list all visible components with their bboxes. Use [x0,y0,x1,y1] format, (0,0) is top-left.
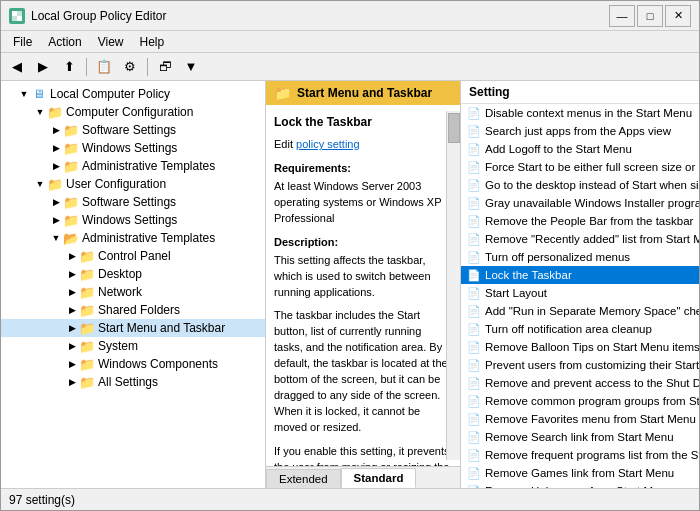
tree-start-menu[interactable]: ▶ 📁 Start Menu and Taskbar [1,319,265,337]
edit-link-text: Edit policy setting [274,137,452,153]
tree-windows-uc[interactable]: ▶ 📁 Windows Settings [1,211,265,229]
toolbar-show-hide[interactable]: 📋 [92,56,116,78]
list-item[interactable]: 📄 Remove Balloon Tips on Start Menu item… [461,338,699,356]
tree-system[interactable]: ▶ 📁 System [1,337,265,355]
win-uc-label: Windows Settings [82,213,177,227]
sm-toggle[interactable]: ▶ [65,321,79,335]
admin-uc-toggle[interactable]: ▼ [49,231,63,245]
tree-root-toggle[interactable]: ▼ [17,87,31,101]
win-uc-toggle[interactable]: ▶ [49,213,63,227]
tree-software-cc[interactable]: ▶ 📁 Software Settings [1,121,265,139]
toolbar-forward[interactable]: ▶ [31,56,55,78]
svg-rect-3 [17,16,22,21]
close-button[interactable]: ✕ [665,5,691,27]
tree-computer-config[interactable]: ▼ 📁 Computer Configuration [1,103,265,121]
tree-windows-components[interactable]: ▶ 📁 Windows Components [1,355,265,373]
toolbar-up[interactable]: ⬆ [57,56,81,78]
list-item[interactable]: 📄 Remove Games link from Start Menu [461,464,699,482]
admin-cc-icon: 📁 [63,159,79,173]
tree-admin-cc[interactable]: ▶ 📁 Administrative Templates [1,157,265,175]
minimize-button[interactable]: — [609,5,635,27]
item-icon: 📄 [467,269,481,282]
middle-scroll-area[interactable]: Lock the Taskbar Edit policy setting Req… [266,105,460,466]
sw-cc-icon: 📁 [63,123,79,137]
menu-view[interactable]: View [90,33,132,51]
wc-toggle[interactable]: ▶ [65,357,79,371]
cc-toggle[interactable]: ▼ [33,105,47,119]
win-cc-toggle[interactable]: ▶ [49,141,63,155]
list-item[interactable]: 📄 Search just apps from the Apps view [461,122,699,140]
list-item[interactable]: 📄 Remove the People Bar from the taskbar [461,212,699,230]
item-icon: 📄 [467,233,481,246]
uc-toggle[interactable]: ▼ [33,177,47,191]
item-label: Remove frequent programs list from the S… [485,449,699,461]
tree-software-uc[interactable]: ▶ 📁 Software Settings [1,193,265,211]
requirements-label: Requirements: [274,161,452,177]
list-item[interactable]: 📄 Turn off notification area cleanup [461,320,699,338]
tree-shared-folders[interactable]: ▶ 📁 Shared Folders [1,301,265,319]
list-item[interactable]: 📄 Remove Search link from Start Menu [461,428,699,446]
item-icon: 📄 [467,251,481,264]
tree-windows-cc[interactable]: ▶ 📁 Windows Settings [1,139,265,157]
sf-toggle[interactable]: ▶ [65,303,79,317]
sys-toggle[interactable]: ▶ [65,339,79,353]
toolbar-new-window[interactable]: 🗗 [153,56,177,78]
item-label: Remove Search link from Start Menu [485,431,674,443]
tree-all-settings[interactable]: ▶ 📁 All Settings [1,373,265,391]
as-toggle[interactable]: ▶ [65,375,79,389]
tree-panel[interactable]: ▼ 🖥 Local Computer Policy ▼ 📁 Computer C… [1,81,266,488]
admin-cc-toggle[interactable]: ▶ [49,159,63,173]
toolbar-back[interactable]: ◀ [5,56,29,78]
middle-scrollbar[interactable] [446,111,460,460]
network-toggle[interactable]: ▶ [65,285,79,299]
win-cc-icon: 📁 [63,141,79,155]
tree-network[interactable]: ▶ 📁 Network [1,283,265,301]
list-item[interactable]: 📄 Gray unavailable Windows Installer pro… [461,194,699,212]
list-item[interactable]: 📄 Remove frequent programs list from the… [461,446,699,464]
sw-uc-toggle[interactable]: ▶ [49,195,63,209]
middle-header: 📁 Start Menu and Taskbar [266,81,460,105]
toolbar-properties[interactable]: ⚙ [118,56,142,78]
tree-admin-uc[interactable]: ▼ 📂 Administrative Templates [1,229,265,247]
maximize-button[interactable]: □ [637,5,663,27]
list-item[interactable]: 📄 Prevent users from customizing their S… [461,356,699,374]
middle-panel: 📁 Start Menu and Taskbar Lock the Taskba… [266,81,461,488]
cc-label: Computer Configuration [66,105,193,119]
list-item[interactable]: 📄 Add "Run in Separate Memory Space" che… [461,302,699,320]
item-icon: 📄 [467,197,481,210]
middle-scroll-thumb[interactable] [448,113,460,143]
list-item[interactable]: 📄 Force Start to be either full screen s… [461,158,699,176]
menu-file[interactable]: File [5,33,40,51]
list-item[interactable]: 📄 Start Layout [461,284,699,302]
sw-uc-icon: 📁 [63,195,79,209]
tree-desktop[interactable]: ▶ 📁 Desktop [1,265,265,283]
list-item[interactable]: 📄 Remove and prevent access to the Shut … [461,374,699,392]
list-item[interactable]: 📄 Remove "Recently added" list from Star… [461,230,699,248]
list-item[interactable]: 📄 Turn off personalized menus [461,248,699,266]
list-item[interactable]: 📄 Remove Favorites menu from Start Menu [461,410,699,428]
list-item-selected[interactable]: 📄 Lock the Taskbar [461,266,699,284]
right-header: Setting [461,81,699,104]
cp-toggle[interactable]: ▶ [65,249,79,263]
desktop-toggle[interactable]: ▶ [65,267,79,281]
tab-extended[interactable]: Extended [266,469,341,488]
menu-help[interactable]: Help [132,33,173,51]
menu-action[interactable]: Action [40,33,89,51]
tab-standard[interactable]: Standard [341,468,417,488]
tree-control-panel[interactable]: ▶ 📁 Control Panel [1,247,265,265]
tree-user-config[interactable]: ▼ 📁 User Configuration [1,175,265,193]
list-item[interactable]: 📄 Disable context menus in the Start Men… [461,104,699,122]
policy-setting-link[interactable]: policy setting [296,138,360,150]
item-label: Go to the desktop instead of Start when … [485,179,699,191]
tree-root[interactable]: ▼ 🖥 Local Computer Policy [1,85,265,103]
sf-label: Shared Folders [98,303,180,317]
list-item[interactable]: 📄 Add Logoff to the Start Menu [461,140,699,158]
item-label: Disable context menus in the Start Menu [485,107,692,119]
right-list[interactable]: 📄 Disable context menus in the Start Men… [461,104,699,488]
toolbar-filter[interactable]: ▼ [179,56,203,78]
app-icon [9,8,25,24]
list-item[interactable]: 📄 Remove common program groups from Star… [461,392,699,410]
item-icon: 📄 [467,413,481,426]
list-item[interactable]: 📄 Go to the desktop instead of Start whe… [461,176,699,194]
sw-cc-toggle[interactable]: ▶ [49,123,63,137]
